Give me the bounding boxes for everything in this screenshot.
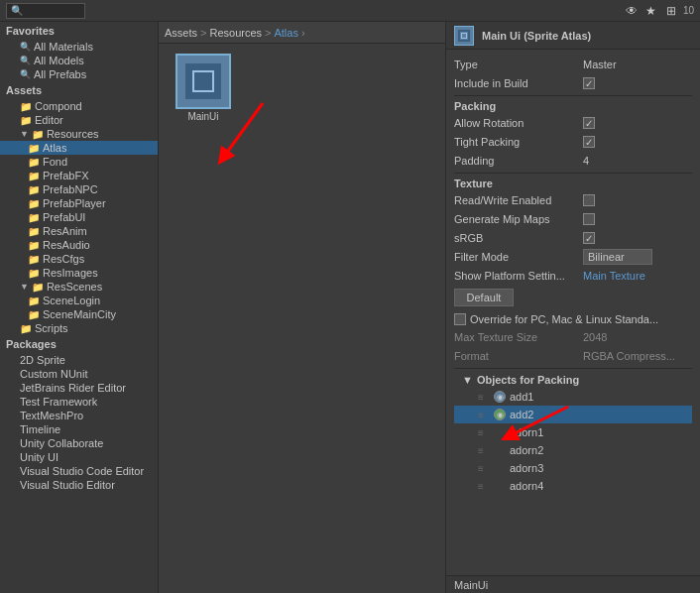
bottom-bar: MainUi — [446, 575, 700, 593]
drag-handle-icon: ≡ — [478, 445, 490, 456]
list-item[interactable]: ≡ adorn2 — [454, 441, 692, 459]
sidebar-item-testframework[interactable]: Test Framework — [0, 395, 158, 409]
srgb-checkbox[interactable] — [583, 232, 595, 244]
asset-icon — [175, 54, 231, 109]
sidebar-item-scenemaincity[interactable]: 📁 SceneMainCity — [0, 307, 158, 321]
sidebar-item-timeline[interactable]: Timeline — [0, 422, 158, 436]
max-texture-row: Max Texture Size 2048 — [454, 328, 692, 346]
sidebar-item-customnunit[interactable]: Custom NUnit — [0, 367, 158, 381]
folder-icon: 📁 — [20, 101, 32, 112]
sidebar-item-textmeshpro[interactable]: TextMeshPro — [0, 409, 158, 422]
type-row: Type Master — [454, 56, 692, 73]
breadcrumb-current: Atlas — [274, 27, 297, 39]
type-value: Master — [583, 59, 692, 70]
search-box[interactable]: 🔍 — [6, 3, 85, 19]
sidebar-item-rescfgs[interactable]: 📁 ResCfgs — [0, 252, 158, 266]
breadcrumb-assets[interactable]: Assets — [165, 27, 197, 39]
inspector-header: Main Ui (Sprite Atlas) — [446, 22, 700, 50]
sidebar-item-vseditor[interactable]: Visual Studio Editor — [0, 478, 158, 492]
sidebar-item-prefabnpc[interactable]: 📁 PrefabNPC — [0, 182, 158, 196]
padding-label: Padding — [454, 155, 583, 167]
filter-mode-row: Filter Mode Bilinear — [454, 248, 692, 266]
padding-value: 4 — [583, 155, 692, 167]
tight-packing-checkbox[interactable] — [583, 136, 595, 148]
sidebar-item-prefabfx[interactable]: 📁 PrefabFX — [0, 169, 158, 182]
sidebar-item-scenelogin[interactable]: 📁 SceneLogin — [0, 294, 158, 307]
divider-1 — [454, 95, 692, 96]
format-value: RGBA Compress... — [583, 350, 692, 362]
filter-mode-label: Filter Mode — [454, 251, 583, 263]
sidebar-item-all-models[interactable]: 🔍 All Models — [0, 54, 158, 67]
sidebar-item-resimages[interactable]: 📁 ResImages — [0, 266, 158, 280]
folder-icon: 📁 — [32, 282, 44, 293]
folder-icon: 📁 — [28, 309, 40, 320]
objects-for-packing: ▼ Objects for Packing ≡ ◉ add1 ≡ ◉ add2 — [454, 372, 692, 495]
objects-header[interactable]: ▼ Objects for Packing — [454, 372, 692, 388]
format-row: Format RGBA Compress... — [454, 347, 692, 365]
center-panel: Assets > Resources > Atlas › MainUi — [159, 22, 446, 593]
folder-icon: 📁 — [28, 268, 40, 279]
format-label: Format — [454, 350, 583, 362]
breadcrumb-resources[interactable]: Resources — [209, 27, 262, 39]
layers-icon[interactable]: ⊞ — [663, 3, 679, 19]
list-item[interactable]: ≡ ◉ add1 — [454, 388, 692, 406]
search-icon: 🔍 — [20, 56, 31, 65]
sidebar-item-all-materials[interactable]: 🔍 All Materials — [0, 40, 158, 54]
sidebar-item-compond[interactable]: 📁 Compond — [0, 99, 158, 113]
sidebar-item-editor[interactable]: 📁 Editor — [0, 113, 158, 127]
objects-list: ≡ ◉ add1 ≡ ◉ add2 ≡ adorn1 — [454, 388, 692, 495]
include-build-checkbox[interactable] — [583, 77, 595, 89]
sidebar-item-all-prefabs[interactable]: 🔍 All Prefabs — [0, 67, 158, 81]
read-write-row: Read/Write Enabled — [454, 191, 692, 209]
sidebar-item-unityui[interactable]: Unity UI — [0, 450, 158, 464]
texture-section-label: Texture — [454, 178, 692, 189]
sidebar-item-fond[interactable]: 📁 Fond — [0, 155, 158, 169]
list-item[interactable]: ≡ adorn1 — [454, 423, 692, 441]
sidebar-item-resaudio[interactable]: 📁 ResAudio — [0, 238, 158, 252]
sprite-atlas-icon — [454, 26, 474, 46]
list-item[interactable]: ≡ adorn4 — [454, 477, 692, 495]
filter-mode-dropdown[interactable]: Bilinear — [583, 249, 652, 265]
list-item[interactable]: ≡ adorn3 — [454, 459, 692, 477]
generate-mip-label: Generate Mip Maps — [454, 213, 583, 225]
collapse-icon: ▼ — [462, 374, 473, 386]
search-icon: 🔍 — [20, 69, 31, 79]
object-icon: ◉ — [494, 409, 506, 420]
default-button[interactable]: Default — [454, 289, 514, 306]
sidebar-item-jetbrains[interactable]: JetBrains Rider Editor — [0, 381, 158, 395]
generate-mip-checkbox[interactable] — [583, 213, 595, 225]
toolbar-icons: 👁 ★ ⊞ 10 — [624, 3, 694, 19]
sidebar-item-scripts[interactable]: 📁 Scripts — [0, 321, 158, 335]
sidebar-item-prefabui[interactable]: 📁 PrefabUI — [0, 210, 158, 224]
left-panel: Favorites 🔍 All Materials 🔍 All Models 🔍… — [0, 22, 159, 593]
sidebar-item-atlas[interactable]: 📁 Atlas — [0, 141, 158, 155]
sidebar-item-resscenes[interactable]: ▼ 📁 ResScenes — [0, 280, 158, 294]
eye-icon[interactable]: 👁 — [624, 3, 640, 19]
sidebar-item-resanim[interactable]: 📁 ResAnim — [0, 224, 158, 238]
show-platform-value: Main Texture — [583, 270, 692, 282]
sidebar-item-prefabplayer[interactable]: 📁 PrefabPlayer — [0, 196, 158, 210]
arrow-down-icon: ▼ — [20, 129, 29, 139]
override-checkbox[interactable] — [454, 313, 466, 325]
top-bar: 🔍 👁 ★ ⊞ 10 — [0, 0, 700, 22]
tight-packing-label: Tight Packing — [454, 136, 583, 148]
count-badge: 10 — [683, 5, 694, 16]
folder-icon: 📁 — [28, 184, 40, 195]
type-label: Type — [454, 59, 583, 70]
bottom-bar-label: MainUi — [454, 579, 488, 591]
drag-handle-icon: ≡ — [478, 410, 490, 420]
read-write-checkbox[interactable] — [583, 194, 595, 206]
allow-rotation-checkbox[interactable] — [583, 117, 595, 129]
override-row: Override for PC, Mac & Linux Standa... — [454, 310, 692, 328]
star-icon[interactable]: ★ — [643, 3, 659, 19]
include-build-row: Include in Build — [454, 74, 692, 92]
srgb-label: sRGB — [454, 232, 583, 244]
sidebar-item-2dsprite[interactable]: 2D Sprite — [0, 353, 158, 367]
sidebar-item-vscodeeditor[interactable]: Visual Studio Code Editor — [0, 464, 158, 478]
sidebar-item-unitycollaborate[interactable]: Unity Collaborate — [0, 436, 158, 450]
list-item[interactable]: ≡ ◉ add2 — [454, 406, 692, 423]
search-icon: 🔍 — [11, 5, 23, 16]
sidebar-item-resources[interactable]: ▼ 📁 Resources — [0, 127, 158, 141]
asset-mainui[interactable]: MainUi — [169, 54, 238, 122]
inspector-body: Type Master Include in Build Packing All… — [446, 50, 700, 575]
